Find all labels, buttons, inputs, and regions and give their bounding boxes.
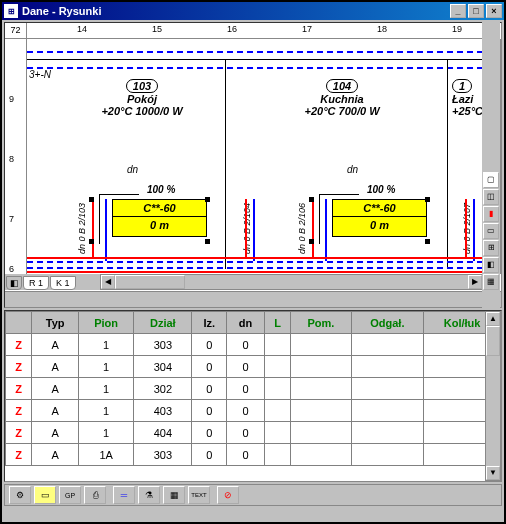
table-cell[interactable] bbox=[351, 356, 424, 378]
scroll-up-button[interactable]: ▲ bbox=[486, 312, 500, 326]
tool-button[interactable]: ▢ bbox=[483, 172, 499, 188]
close-button[interactable]: × bbox=[486, 4, 502, 18]
table-cell[interactable] bbox=[291, 400, 351, 422]
canvas-scrollbar-horizontal[interactable]: ◀ ▶ bbox=[100, 274, 483, 290]
toolbar-button[interactable]: ▭ bbox=[34, 486, 56, 504]
table-cell[interactable]: Z bbox=[6, 400, 32, 422]
table-cell[interactable]: Z bbox=[6, 422, 32, 444]
table-cell[interactable] bbox=[291, 444, 351, 466]
table-cell[interactable] bbox=[264, 400, 290, 422]
table-cell[interactable]: 1 bbox=[79, 356, 134, 378]
radiator[interactable]: C**-60 0 m bbox=[112, 199, 207, 237]
scroll-down-button[interactable]: ▼ bbox=[486, 466, 500, 480]
table-cell[interactable] bbox=[351, 400, 424, 422]
toolbar-button[interactable]: ⎙ bbox=[84, 486, 106, 504]
table-row[interactable]: ZA130300 bbox=[6, 334, 501, 356]
toolbar-button[interactable]: ⚙ bbox=[9, 486, 31, 504]
tab-r1[interactable]: R 1 bbox=[23, 276, 49, 290]
table-cell[interactable]: 0 bbox=[192, 378, 227, 400]
table-cell[interactable]: 303 bbox=[134, 444, 192, 466]
table-cell[interactable]: A bbox=[32, 378, 79, 400]
table-cell[interactable]: A bbox=[32, 422, 79, 444]
tool-button[interactable]: ◫ bbox=[483, 189, 499, 205]
column-header[interactable]: Dział bbox=[134, 312, 192, 334]
table-cell[interactable]: 0 bbox=[227, 356, 265, 378]
toolbar-button[interactable]: GP bbox=[59, 486, 81, 504]
table-cell[interactable]: 304 bbox=[134, 356, 192, 378]
table-row[interactable]: ZA140400 bbox=[6, 422, 501, 444]
table-cell[interactable] bbox=[291, 378, 351, 400]
tool-button[interactable]: ⊞ bbox=[483, 240, 499, 256]
scroll-left-button[interactable]: ◀ bbox=[101, 275, 115, 289]
table-cell[interactable] bbox=[264, 356, 290, 378]
table-cell[interactable] bbox=[291, 334, 351, 356]
tab-icon[interactable]: ◧ bbox=[6, 276, 22, 290]
toolbar-button[interactable]: ⊘ bbox=[217, 486, 239, 504]
table-cell[interactable]: 404 bbox=[134, 422, 192, 444]
table-cell[interactable]: 0 bbox=[192, 356, 227, 378]
toolbar-button[interactable]: TEXT bbox=[188, 486, 210, 504]
scroll-thumb[interactable] bbox=[115, 275, 185, 289]
column-header[interactable] bbox=[6, 312, 32, 334]
table-cell[interactable]: 1 bbox=[79, 422, 134, 444]
table-cell[interactable]: 0 bbox=[192, 400, 227, 422]
table-cell[interactable]: 1 bbox=[79, 334, 134, 356]
table-cell[interactable]: 0 bbox=[192, 444, 227, 466]
table-row[interactable]: ZA1A30300 bbox=[6, 444, 501, 466]
table-cell[interactable]: 0 bbox=[227, 444, 265, 466]
table-cell[interactable] bbox=[264, 444, 290, 466]
column-header[interactable]: Odgał. bbox=[351, 312, 424, 334]
table-cell[interactable]: 0 bbox=[227, 378, 265, 400]
table-cell[interactable]: A bbox=[32, 334, 79, 356]
table-cell[interactable]: 0 bbox=[227, 422, 265, 444]
scroll-right-button[interactable]: ▶ bbox=[468, 275, 482, 289]
table-cell[interactable]: 0 bbox=[227, 334, 265, 356]
table-cell[interactable] bbox=[351, 378, 424, 400]
tool-button[interactable]: ◧ bbox=[483, 257, 499, 273]
scroll-thumb[interactable] bbox=[486, 326, 500, 356]
table-cell[interactable]: 0 bbox=[192, 422, 227, 444]
tool-button[interactable]: ▮ bbox=[483, 206, 499, 222]
table-cell[interactable]: 302 bbox=[134, 378, 192, 400]
table-cell[interactable]: A bbox=[32, 400, 79, 422]
table-cell[interactable] bbox=[351, 422, 424, 444]
minimize-button[interactable]: _ bbox=[450, 4, 466, 18]
toolbar-button[interactable]: ▦ bbox=[163, 486, 185, 504]
table-cell[interactable]: A bbox=[32, 444, 79, 466]
maximize-button[interactable]: □ bbox=[468, 4, 484, 18]
drawing-canvas[interactable]: 3+-N 103 Pokój +20°C 1000/0 W 104 Kuchni… bbox=[27, 39, 483, 274]
table-cell[interactable]: Z bbox=[6, 444, 32, 466]
table-row[interactable]: ZA130200 bbox=[6, 378, 501, 400]
table-cell[interactable]: Z bbox=[6, 334, 32, 356]
tool-button[interactable]: ▭ bbox=[483, 223, 499, 239]
table-cell[interactable] bbox=[264, 378, 290, 400]
column-header[interactable]: L bbox=[264, 312, 290, 334]
table-cell[interactable] bbox=[351, 444, 424, 466]
table-row[interactable]: ZA140300 bbox=[6, 400, 501, 422]
table-cell[interactable]: 403 bbox=[134, 400, 192, 422]
column-header[interactable]: dn bbox=[227, 312, 265, 334]
table-cell[interactable]: 0 bbox=[227, 400, 265, 422]
table-cell[interactable] bbox=[291, 356, 351, 378]
table-cell[interactable] bbox=[351, 334, 424, 356]
tool-button[interactable]: ▦ bbox=[483, 274, 499, 290]
table-cell[interactable]: Z bbox=[6, 356, 32, 378]
table-cell[interactable]: 0 bbox=[192, 334, 227, 356]
table-cell[interactable] bbox=[264, 422, 290, 444]
table-cell[interactable]: 1 bbox=[79, 378, 134, 400]
radiator[interactable]: C**-60 0 m bbox=[332, 199, 427, 237]
table-cell[interactable]: Z bbox=[6, 378, 32, 400]
table-cell[interactable]: A bbox=[32, 356, 79, 378]
table-cell[interactable]: 1A bbox=[79, 444, 134, 466]
table-row[interactable]: ZA130400 bbox=[6, 356, 501, 378]
column-header[interactable]: Iz. bbox=[192, 312, 227, 334]
tab-k1[interactable]: K 1 bbox=[50, 276, 76, 290]
table-cell[interactable]: 303 bbox=[134, 334, 192, 356]
toolbar-button[interactable]: ⚗ bbox=[138, 486, 160, 504]
column-header[interactable]: Typ bbox=[32, 312, 79, 334]
grid-scrollbar-vertical[interactable]: ▲ ▼ bbox=[485, 311, 501, 481]
table-cell[interactable] bbox=[291, 422, 351, 444]
table-cell[interactable] bbox=[264, 334, 290, 356]
toolbar-button[interactable]: ═ bbox=[113, 486, 135, 504]
table-cell[interactable]: 1 bbox=[79, 400, 134, 422]
